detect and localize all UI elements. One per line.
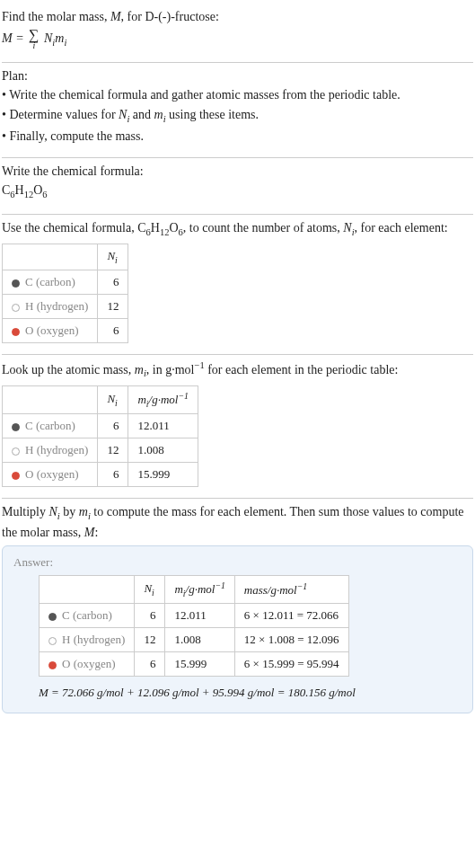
text: , to count the number of atoms, <box>183 221 343 235</box>
var-M: M <box>84 526 95 539</box>
col-mass: mass/g·mol−1 <box>234 576 348 604</box>
elem-O: O <box>169 221 178 235</box>
oxygen-dot-icon <box>12 328 20 336</box>
cell-element: H (hydrogen) <box>3 295 98 319</box>
answer-section: Multiply Ni by mi to compute the mass fo… <box>2 499 473 724</box>
cell-element: C (carbon) <box>3 270 98 295</box>
cell-n: 12 <box>98 438 128 463</box>
table-header-row: Ni <box>3 244 128 270</box>
sub-i: i <box>64 37 66 47</box>
sub-12: 12 <box>24 190 34 199</box>
mass-text: Look up the atomic mass, mi, in g·mol−1 … <box>2 359 473 382</box>
var-m: m <box>79 505 88 518</box>
cell-element: C (carbon) <box>40 604 135 628</box>
oxygen-dot-icon <box>48 661 57 669</box>
table-row: O (oxygen) 6 <box>3 319 128 343</box>
var-N: N <box>49 505 57 518</box>
final-equation: M = 72.066 g/mol + 12.096 g/mol + 95.994… <box>39 686 462 700</box>
cell-m: 1.008 <box>128 438 198 463</box>
table-header-row: Ni mi/g·mol−1 mass/g·mol−1 <box>40 576 349 604</box>
cell-m: 15.999 <box>165 652 234 677</box>
cell-element: H (hydrogen) <box>3 438 98 463</box>
plan-bullet-1: • Write the chemical formula and gather … <box>2 85 473 105</box>
plan-header: Plan: <box>2 66 473 86</box>
carbon-dot-icon <box>12 423 20 431</box>
cell-n: 6 <box>98 414 128 438</box>
sigma-icon: ∑i <box>29 28 39 50</box>
cell-n: 12 <box>98 295 128 319</box>
table-row: O (oxygen) 6 15.999 <box>3 463 198 487</box>
text: and <box>129 108 154 121</box>
var-M: M <box>110 10 121 23</box>
intro-prompt: Find the molar mass, M, for D-(-)-fructo… <box>2 7 473 27</box>
mass-lookup-section: Look up the atomic mass, mi, in g·mol−1 … <box>2 355 473 499</box>
answer-table: Ni mi/g·mol−1 mass/g·mol−1 C (carbon) 6 … <box>39 575 349 677</box>
chemical-formula: C6H12O6 <box>2 181 473 202</box>
eq-m: m <box>55 31 64 44</box>
cell-m: 12.011 <box>128 414 198 438</box>
cell-calc: 12 × 1.008 = 12.096 <box>234 628 348 652</box>
text: Look up the atomic mass, <box>2 363 135 376</box>
col-element <box>3 386 98 414</box>
elem-H: H <box>151 221 160 235</box>
col-m: mi/g·mol−1 <box>165 576 234 604</box>
cell-n: 6 <box>98 319 128 343</box>
hydrogen-dot-icon <box>12 447 20 456</box>
text: , for each element: <box>355 221 448 235</box>
elem-C: C <box>2 183 10 197</box>
elem-C: C <box>137 221 145 235</box>
var-m: m <box>154 108 163 121</box>
hydrogen-dot-icon <box>12 304 20 312</box>
col-N: Ni <box>98 244 128 270</box>
formula-header: Write the chemical formula: <box>2 162 473 182</box>
cell-element: O (oxygen) <box>40 652 135 677</box>
var-m: m <box>135 363 144 376</box>
oxygen-dot-icon <box>12 472 20 480</box>
cell-calc: 6 × 12.011 = 72.066 <box>234 604 348 628</box>
plan-bullet-3: • Finally, compute the mass. <box>2 127 473 146</box>
multiply-text: Multiply Ni by mi to compute the mass fo… <box>2 502 473 542</box>
hydrogen-dot-icon <box>48 637 57 645</box>
text: Use the chemical formula, <box>2 221 137 235</box>
cell-calc: 6 × 15.999 = 95.994 <box>234 652 348 677</box>
col-N: Ni <box>98 386 128 414</box>
count-text: Use the chemical formula, C6H12O6, to co… <box>2 218 473 240</box>
cell-n: 6 <box>135 652 165 677</box>
answer-label: Answer: <box>13 555 462 570</box>
cell-m: 1.008 <box>165 628 234 652</box>
text: using these items. <box>166 108 259 121</box>
plan-section: Plan: • Write the chemical formula and g… <box>2 63 473 158</box>
cell-element: C (carbon) <box>3 414 98 438</box>
table-row: C (carbon) 6 <box>3 270 128 295</box>
cell-n: 6 <box>98 270 128 295</box>
carbon-dot-icon <box>48 613 57 621</box>
col-element <box>40 576 135 604</box>
table-row: O (oxygen) 6 15.999 6 × 15.999 = 95.994 <box>40 652 349 677</box>
count-section: Use the chemical formula, C6H12O6, to co… <box>2 215 473 355</box>
text: for each element in the periodic table: <box>205 363 399 376</box>
text: • Determine values for <box>2 108 119 121</box>
table-row: C (carbon) 6 12.011 6 × 12.011 = 72.066 <box>40 604 349 628</box>
answer-box: Answer: Ni mi/g·mol−1 mass/g·mol−1 C (ca… <box>2 545 473 713</box>
eq-lhs: M = <box>2 31 27 44</box>
cell-n: 6 <box>98 463 128 487</box>
text: : <box>94 526 98 539</box>
elem-O: O <box>33 183 42 197</box>
cell-n: 12 <box>135 628 165 652</box>
plan-bullet-2: • Determine values for Ni and mi using t… <box>2 105 473 127</box>
table-row: H (hydrogen) 12 <box>3 295 128 319</box>
sub-12: 12 <box>160 227 170 237</box>
table-row: H (hydrogen) 12 1.008 12 × 1.008 = 12.09… <box>40 628 349 652</box>
cell-element: O (oxygen) <box>3 319 98 343</box>
cell-element: H (hydrogen) <box>40 628 135 652</box>
table-row: H (hydrogen) 12 1.008 <box>3 438 198 463</box>
table-row: C (carbon) 6 12.011 <box>3 414 198 438</box>
text: by <box>60 505 79 518</box>
col-N: Ni <box>135 576 165 604</box>
sup-neg1: −1 <box>194 360 204 370</box>
text: , in g·mol <box>146 363 195 376</box>
mass-table: Ni mi/g·mol−1 C (carbon) 6 12.011 H (hyd… <box>2 385 198 487</box>
col-element <box>3 244 98 270</box>
formula-section: Write the chemical formula: C6H12O6 <box>2 158 473 215</box>
table-header-row: Ni mi/g·mol−1 <box>3 386 198 414</box>
